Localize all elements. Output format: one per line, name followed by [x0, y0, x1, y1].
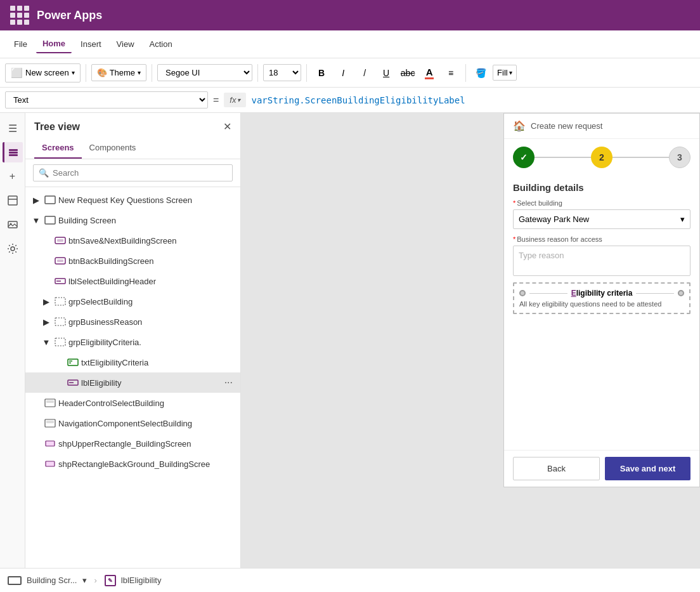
- tree-close-button[interactable]: ✕: [223, 121, 231, 133]
- theme-chevron-icon: ▾: [138, 69, 141, 76]
- expand-icon-lbl-select: [41, 275, 52, 287]
- expand-icon-grp-business[interactable]: ▶: [41, 316, 52, 327]
- toolbar-sep-4: [306, 64, 307, 82]
- expand-icon-building-screen[interactable]: ▼: [30, 214, 42, 226]
- building-chevron-icon: ▾: [680, 214, 685, 224]
- sidebar-icon-media[interactable]: [3, 214, 23, 235]
- menu-view[interactable]: View: [110, 36, 141, 53]
- expand-icon-txt-eligibility: [53, 357, 65, 368]
- tree-panel: Tree view ✕ Screens Components 🔍 ▶ New R…: [25, 113, 241, 568]
- tree-label-new-req: New Request Key Questions Screen: [58, 195, 235, 205]
- business-placeholder: Type reason: [519, 251, 564, 260]
- paint-bucket-button[interactable]: 🪣: [471, 63, 490, 82]
- menu-insert[interactable]: Insert: [74, 36, 108, 53]
- tree-header: Tree view ✕: [25, 113, 240, 138]
- menu-file[interactable]: File: [8, 36, 34, 53]
- fx-icon: fx: [230, 95, 236, 105]
- sidebar-icon-layers[interactable]: [3, 142, 23, 162]
- dropdown-icon[interactable]: ▾: [82, 576, 87, 585]
- expand-icon-grp-select[interactable]: ▶: [41, 296, 52, 307]
- expand-icon-new-req[interactable]: ▶: [30, 194, 42, 206]
- elig-title-text[interactable]: E: [571, 289, 576, 298]
- expand-icon-nav-component: [30, 418, 42, 429]
- app-preview: 🏠 Create new request ✓ 2 3 Building deta…: [503, 113, 700, 487]
- property-select[interactable]: Text: [5, 91, 208, 109]
- elig-line-2: [636, 293, 674, 294]
- tree-item-btn-back[interactable]: btnBackBuildingScreen: [25, 251, 240, 271]
- eligibility-header: Eligibility criteria: [519, 289, 684, 298]
- expand-icon-grp-eligibility[interactable]: ▼: [41, 336, 52, 348]
- status-item-label[interactable]: lblEligibility: [121, 576, 162, 585]
- home-icon[interactable]: 🏠: [513, 120, 526, 132]
- tree-item-btn-save[interactable]: btnSave&NextBuildingScreen: [25, 230, 240, 251]
- expand-icon-btn-save: [41, 235, 52, 246]
- elig-title: Eligibility criteria: [571, 289, 633, 298]
- item-more-menu[interactable]: ···: [222, 376, 235, 390]
- apps-grid-icon[interactable]: [10, 6, 29, 25]
- save-next-button[interactable]: Save and next: [605, 457, 690, 480]
- equals-sign: =: [213, 95, 219, 106]
- sidebar-icon-data[interactable]: [3, 190, 23, 211]
- fill-button[interactable]: Fill ▾: [493, 65, 517, 81]
- btn-back-icon: [53, 254, 67, 268]
- font-select[interactable]: Segoe UI: [157, 64, 252, 81]
- toolbar: ⬜ New screen ▾ 🎨 Theme ▾ Segoe UI 18 B I…: [0, 58, 700, 88]
- tree-label-grp-select: grpSelectBuilding: [68, 297, 235, 306]
- tree-item-header-control[interactable]: HeaderControlSelectBuilding: [25, 393, 240, 413]
- elig-dot-right: [678, 290, 684, 296]
- align-button[interactable]: ≡: [441, 63, 460, 82]
- topbar: Power Apps: [0, 0, 700, 30]
- theme-button[interactable]: 🎨 Theme ▾: [91, 64, 146, 81]
- tree-item-building-screen[interactable]: ▼ Building Screen: [25, 210, 240, 230]
- tree-item-grp-select[interactable]: ▶ grpSelectBuilding: [25, 291, 240, 312]
- fx-button[interactable]: fx ▾: [224, 93, 246, 107]
- new-screen-button[interactable]: ⬜ New screen ▾: [5, 63, 81, 82]
- expand-icon-shp-upper: [30, 438, 42, 449]
- formula-input[interactable]: [251, 95, 695, 105]
- tree-item-shp-upper[interactable]: shpUpperRectangle_BuildingScreen: [25, 433, 240, 454]
- tree-item-lbl-eligibility[interactable]: lblEligibility ···: [25, 372, 240, 393]
- strikethrough-button[interactable]: abc: [398, 63, 417, 82]
- tab-components[interactable]: Components: [82, 138, 144, 159]
- slash-button[interactable]: /: [355, 63, 374, 82]
- app-title: Power Apps: [37, 9, 102, 22]
- tree-items: ▶ New Request Key Questions Screen ▼ Bui…: [25, 187, 240, 568]
- status-screen-label[interactable]: Building Scr...: [27, 576, 77, 585]
- tree-item-grp-business[interactable]: ▶ grpBusinessReason: [25, 312, 240, 332]
- tree-item-new-req[interactable]: ▶ New Request Key Questions Screen: [25, 190, 240, 210]
- sidebar-icon-settings[interactable]: [3, 239, 23, 259]
- sidebar-icon-add[interactable]: +: [3, 166, 23, 187]
- search-input[interactable]: [53, 168, 227, 178]
- business-field-label: Business reason for access: [513, 235, 690, 243]
- tree-tabs: Screens Components: [25, 138, 240, 159]
- svg-rect-2: [9, 154, 18, 156]
- tab-screens[interactable]: Screens: [34, 138, 82, 159]
- status-screen-icon: [8, 576, 22, 585]
- building-dropdown[interactable]: Gateway Park New ▾: [513, 209, 690, 229]
- sidebar-icon-menu[interactable]: ☰: [3, 118, 23, 138]
- tree-item-lbl-select[interactable]: lblSelectBuildingHeader: [25, 271, 240, 291]
- business-textarea[interactable]: Type reason: [513, 246, 690, 276]
- app-progress: ✓ 2 3: [504, 139, 699, 176]
- italic-button[interactable]: I: [334, 63, 353, 82]
- back-button[interactable]: Back: [513, 457, 600, 480]
- new-screen-chevron-icon: ▾: [72, 69, 75, 76]
- menu-action[interactable]: Action: [143, 36, 179, 53]
- expand-icon-btn-back: [41, 255, 52, 266]
- app-footer: Back Save and next: [504, 450, 699, 487]
- font-color-button[interactable]: A: [420, 63, 439, 82]
- underline-button[interactable]: U: [377, 63, 396, 82]
- tree-item-grp-eligibility[interactable]: ▼ grpEligibilityCriteria.: [25, 332, 240, 352]
- tree-item-txt-eligibility[interactable]: txtEligibilityCriteria: [25, 352, 240, 372]
- size-select[interactable]: 18: [263, 64, 301, 81]
- menu-home[interactable]: Home: [36, 35, 72, 53]
- step-1-circle: ✓: [513, 147, 535, 168]
- tree-label-txt-eligibility: txtEligibilityCriteria: [81, 358, 235, 367]
- toolbar-sep-1: [86, 64, 86, 82]
- fill-chevron-icon: ▾: [509, 69, 512, 76]
- nav-component-icon: [43, 416, 57, 430]
- bold-button[interactable]: B: [312, 63, 331, 82]
- tree-item-nav-component[interactable]: NavigationComponentSelectBuilding: [25, 413, 240, 433]
- canvas-area: 🏠 Create new request ✓ 2 3 Building deta…: [241, 113, 700, 568]
- tree-item-shp-bg[interactable]: shpRectangleBackGround_BuildingScree: [25, 454, 240, 474]
